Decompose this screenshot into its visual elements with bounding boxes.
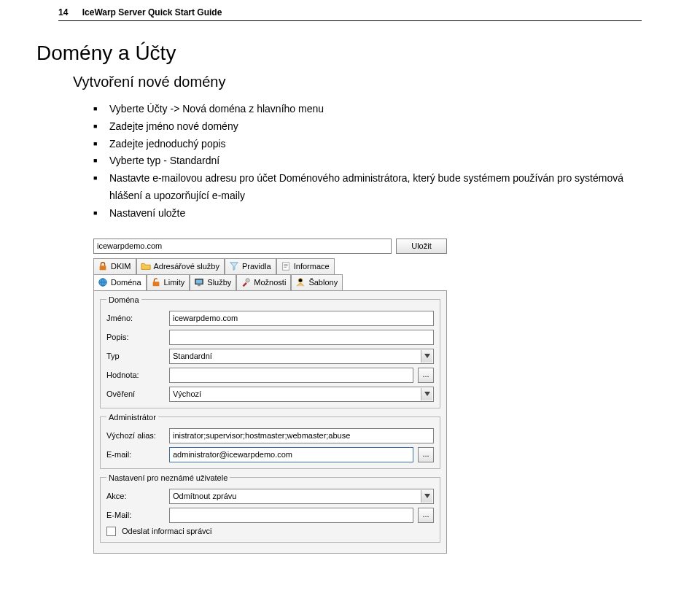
jmeno-input[interactable]: icewarpdemo.com (169, 311, 434, 326)
hodnota-input[interactable] (169, 368, 413, 383)
chevron-down-icon (421, 388, 432, 400)
popis-label: Popis: (106, 333, 165, 341)
tab-sluzby[interactable]: Služby (190, 274, 236, 290)
overeni-value: Výchozí (173, 389, 201, 398)
svg-rect-3 (284, 266, 287, 266)
hodnota-label: Hodnota: (106, 371, 165, 379)
svg-point-10 (246, 278, 249, 282)
tab-domena[interactable]: Doména (93, 274, 147, 290)
tab-label: Služby (207, 278, 231, 287)
tab-content: Doména Jméno: icewarpdemo.com Popis: Typ… (93, 290, 447, 554)
heading-2: Vytvoření nové domény (73, 74, 642, 90)
tools-icon (241, 277, 251, 287)
admin-email-label: E-mail: (106, 450, 165, 459)
monitor-icon (194, 277, 204, 287)
tab-moznosti[interactable]: Možnosti (236, 274, 291, 290)
admin-email-input[interactable]: administrator@icewarpdemo.com (169, 447, 413, 462)
group-legend: Doména (106, 295, 141, 304)
tab-strip: DKIM Adresářové služby Pravidla Informac… (93, 258, 447, 290)
admin-email-browse-button[interactable]: ... (418, 447, 434, 462)
group-domena: Doména Jméno: icewarpdemo.com Popis: Typ… (100, 295, 440, 408)
typ-label: Typ (106, 352, 165, 360)
folder-icon (141, 261, 151, 271)
heading-1: Domény a Účty (36, 42, 642, 65)
unknown-email-browse-button[interactable]: ... (418, 508, 434, 523)
tab-sablony[interactable]: Šablony (291, 274, 343, 290)
bullet-item: Nastavte e-mailovou adresu pro účet Domé… (93, 170, 642, 205)
overeni-label: Ověření (106, 389, 165, 398)
svg-rect-0 (100, 266, 106, 270)
page-number: 14 (58, 7, 68, 18)
bullet-item: Vyberte Účty -> Nová doména z hlavního m… (93, 101, 642, 118)
chevron-down-icon (421, 490, 432, 503)
globe-icon (98, 277, 108, 287)
bullet-item: Zadejte jméno nové domény (93, 118, 642, 136)
group-unknown-users: Nastavení pro neznámé uživatele Akce: Od… (100, 473, 440, 543)
alias-label: Výchozí alias: (106, 431, 165, 440)
bullet-item: Zadejte jednoduchý popis (93, 136, 642, 153)
tab-dkim[interactable]: DKIM (93, 258, 136, 274)
lock-open-icon (151, 277, 161, 287)
svg-rect-6 (152, 282, 159, 286)
funnel-icon (229, 261, 239, 271)
info-icon (281, 261, 291, 271)
group-legend: Administrátor (106, 413, 158, 422)
overeni-combo[interactable]: Výchozí (169, 387, 434, 402)
doc-title: IceWarp Server Quick Start Guide (82, 7, 222, 18)
hodnota-browse-button[interactable]: ... (418, 368, 434, 383)
akce-label: Akce: (106, 492, 165, 500)
domain-name-top-input[interactable]: icewarpdemo.com (93, 239, 392, 254)
svg-point-11 (299, 278, 303, 282)
typ-combo[interactable]: Standardní (169, 349, 434, 364)
tab-informace[interactable]: Informace (276, 258, 335, 274)
popis-input[interactable] (169, 330, 434, 345)
typ-value: Standardní (173, 352, 212, 360)
group-administrator: Administrátor Výchozí alias: inistrator;… (100, 413, 440, 469)
save-button[interactable]: Uložit (396, 239, 447, 254)
page-header: 14 IceWarp Server Quick Start Guide (58, 7, 642, 21)
bullet-list: Vyberte Účty -> Nová doména z hlavního m… (58, 101, 642, 222)
akce-combo[interactable]: Odmítnout zprávu (169, 489, 434, 504)
tab-label: Doména (111, 278, 141, 287)
svg-rect-2 (284, 264, 287, 265)
tab-adresarove-sluzby[interactable]: Adresářové služby (136, 258, 225, 274)
lock-icon (98, 261, 108, 271)
chevron-down-icon (421, 350, 432, 363)
unknown-email-input[interactable] (169, 508, 413, 523)
bullet-item: Nastavení uložte (93, 205, 642, 222)
odeslat-checkbox[interactable] (106, 527, 116, 536)
tab-label: Informace (294, 262, 330, 271)
unknown-email-label: E-Mail: (106, 511, 165, 519)
bullet-item: Vyberte typ - Standardní (93, 152, 642, 170)
tab-label: DKIM (111, 262, 131, 271)
alias-input[interactable]: inistrator;supervisor;hostmaster;webmast… (169, 428, 434, 443)
tab-label: Limity (164, 278, 185, 287)
tab-label: Možnosti (254, 278, 286, 287)
tab-label: Adresářové služby (154, 262, 220, 271)
tab-label: Šablony (308, 278, 338, 287)
group-legend: Nastavení pro neznámé uživatele (106, 473, 230, 482)
akce-value: Odmítnout zprávu (173, 492, 236, 500)
tab-pravidla[interactable]: Pravidla (225, 258, 276, 274)
domain-settings-panel: icewarpdemo.com Uložit DKIM Adresářové s… (93, 239, 447, 554)
odeslat-label: Odeslat informaci správci (122, 527, 212, 535)
tab-label: Pravidla (242, 262, 271, 271)
svg-rect-8 (196, 279, 203, 283)
user-icon (295, 277, 306, 287)
svg-rect-4 (284, 266, 287, 267)
jmeno-label: Jméno: (106, 314, 165, 322)
tab-limity[interactable]: Limity (147, 274, 190, 290)
svg-rect-9 (198, 284, 201, 286)
